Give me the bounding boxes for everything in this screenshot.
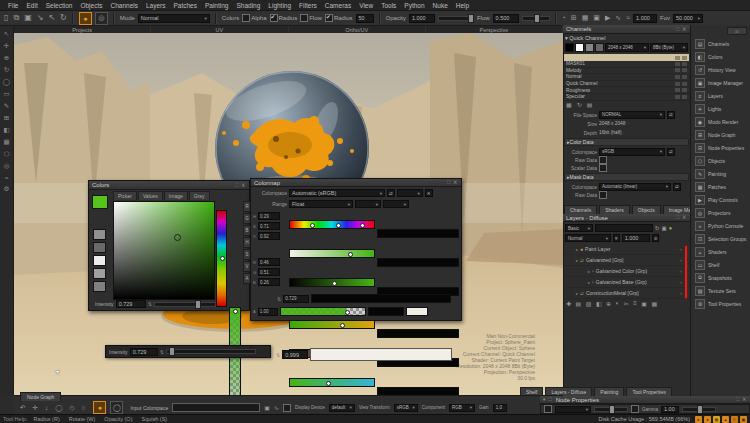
view-transform-select[interactable]: sRGB▾ xyxy=(394,404,418,412)
mode-select[interactable]: Normal▾ xyxy=(138,14,210,23)
paint-node-icon[interactable]: ● xyxy=(93,401,106,414)
curve-icon[interactable]: ∿ xyxy=(274,404,279,411)
colorspace-close-button[interactable]: ✕ xyxy=(425,189,433,197)
viewport-tab[interactable]: Perspective xyxy=(426,26,563,33)
file-space-swap-button[interactable]: ⇄ xyxy=(667,111,675,119)
component-select[interactable]: RGB▾ xyxy=(449,404,475,412)
black-swatch[interactable] xyxy=(565,43,574,52)
viewport-tab[interactable]: Projects xyxy=(14,26,151,33)
menu-item[interactable]: Cameras xyxy=(321,2,355,9)
colors-tab[interactable]: Picker xyxy=(113,191,137,200)
gray-swatch[interactable] xyxy=(93,281,106,292)
palette-item[interactable]: ☀ Lights xyxy=(691,102,750,115)
range-select[interactable]: Float▾ xyxy=(289,200,353,208)
gain-field[interactable]: 1.0 xyxy=(493,404,507,412)
dock-bottom-tab[interactable]: Tool Properties xyxy=(626,387,671,396)
gray-swatch[interactable] xyxy=(93,242,106,253)
refresh-icon[interactable]: ↻ xyxy=(655,225,660,231)
palette-item[interactable]: ◉ Modo Render xyxy=(691,115,750,128)
layers-footer-icon[interactable]: ◧ xyxy=(596,300,602,307)
status-chip-icon[interactable]: ▴ xyxy=(722,416,729,423)
palette-item[interactable]: ⊟ Node Properties xyxy=(691,141,750,154)
tool-rail-icon[interactable]: ↻ xyxy=(4,66,9,74)
mask-colorspace-swap-button[interactable]: ⇄ xyxy=(673,183,681,191)
floating-white-strip[interactable] xyxy=(310,348,452,361)
file-toolbar-icon[interactable]: ↘ xyxy=(37,13,44,23)
file-space-select[interactable]: NORMAL▾ xyxy=(599,111,665,119)
layers-panel-titlebar[interactable]: Layers - Diffuse ⛶ ✕ xyxy=(563,214,690,222)
display-toolbar-icon[interactable]: ▦ xyxy=(582,14,589,22)
display-toolbar-icon[interactable]: ∿ xyxy=(615,14,621,22)
colorspace-swap-button[interactable]: ⇄ xyxy=(667,148,675,156)
range-aux2-select[interactable]: ▾ xyxy=(383,200,409,208)
layers-scrollbar[interactable] xyxy=(684,245,688,299)
palette-item[interactable]: ⚙ Tool Properties xyxy=(691,297,750,310)
palette-item[interactable]: ⧉ Snapshots xyxy=(691,271,750,284)
layers-footer-icon[interactable]: ▨ xyxy=(586,300,592,307)
menu-item[interactable]: Painting xyxy=(201,2,233,9)
color-data-section[interactable]: ▸ Color Data xyxy=(564,138,689,146)
menu-item[interactable]: Selection xyxy=(42,2,77,9)
floating-alpha-stepper-icon[interactable]: ⇅ xyxy=(276,352,280,358)
tool-rail-icon[interactable]: ◎ xyxy=(4,162,10,170)
colors-tab[interactable]: Values xyxy=(138,191,163,200)
menu-item[interactable]: Objects xyxy=(76,2,106,9)
colors-tab[interactable]: Grey xyxy=(189,191,210,200)
viewport-tab[interactable]: Ortho/UV xyxy=(289,26,426,33)
layers-footer-icon[interactable]: ✚ xyxy=(566,300,571,307)
palette-item[interactable]: ⬡ Objects xyxy=(691,154,750,167)
tool-rail-icon[interactable]: ⊕ xyxy=(4,54,9,62)
colors-panel-titlebar[interactable]: Colors ⛶ ✕ xyxy=(89,181,249,190)
layers-footer-icon[interactable]: ▦ xyxy=(651,300,657,307)
file-toolbar-icon[interactable]: ↖ xyxy=(48,13,55,23)
layer-amount-field[interactable]: 1.000 xyxy=(622,234,650,242)
channel-footer-icon[interactable]: ↻ xyxy=(577,101,582,108)
current-color-swatch[interactable] xyxy=(92,195,108,209)
scalar-data-checkbox[interactable] xyxy=(599,164,607,172)
panel-window-controls-icon[interactable]: ▾ ⛶ xyxy=(543,397,553,402)
nodegraph-tool-icon[interactable]: ↶ xyxy=(20,404,25,412)
menu-item[interactable]: Nuke xyxy=(429,2,452,9)
opacity-field[interactable]: 1.000 xyxy=(409,14,435,23)
display-toolbar-icon[interactable]: ▣ xyxy=(593,14,600,22)
rgb-value-field[interactable]: 0.26 xyxy=(258,278,280,286)
gradient-strip-hue-ext[interactable] xyxy=(377,229,459,238)
tool-rail-icon[interactable]: ≈ xyxy=(5,174,9,181)
nodegraph-tool-icon[interactable]: ◯ xyxy=(55,404,62,412)
dock-panel-tab[interactable]: Channels xyxy=(564,205,597,214)
palette-item[interactable]: ≡ Layers xyxy=(691,89,750,102)
channel-size-select[interactable]: 2048 x 2048▾ xyxy=(605,43,649,52)
opacity-slider[interactable] xyxy=(438,16,474,21)
saturation-value-picker[interactable] xyxy=(113,201,215,300)
flow-field[interactable]: 0.500 xyxy=(493,14,519,23)
nodegraph-tool-icon[interactable]: ○ xyxy=(81,404,85,412)
menu-item[interactable]: Lighting xyxy=(264,2,295,9)
sphere-node-icon[interactable]: ◯ xyxy=(110,401,123,414)
intensity-field[interactable]: 0.729 xyxy=(116,300,146,308)
channel-footer-icon[interactable]: ▤ xyxy=(587,101,593,108)
floating-intensity-field[interactable]: 0.729 xyxy=(130,348,158,356)
colorspace-swap-button[interactable]: ⇄ xyxy=(387,189,395,197)
menu-item[interactable]: Tools xyxy=(377,2,400,9)
palette-item[interactable]: ▶ Play Controls xyxy=(691,193,750,206)
menu-item[interactable]: Python xyxy=(400,2,428,9)
floating-alpha-field[interactable]: 0.999 xyxy=(282,350,308,359)
channels-panel-titlebar[interactable]: Channels ⛶ ✕ xyxy=(563,25,690,34)
floating-intensity-stepper-icon[interactable]: ⇅ xyxy=(160,349,164,355)
menu-item[interactable]: Layers xyxy=(142,2,170,9)
rgb-value-field[interactable]: 0.46 xyxy=(258,258,280,266)
colorspace-select[interactable]: Automatic (sRGB)▾ xyxy=(289,189,385,197)
panel-window-controls-icon[interactable]: ⛶ ✕ xyxy=(447,180,458,185)
layers-footer-icon[interactable]: ▤ xyxy=(576,300,582,307)
palette-collapse-button[interactable]: ⊡ xyxy=(727,27,747,35)
tool-rail-icon[interactable]: ▦ xyxy=(3,138,9,146)
tool-rail-icon[interactable]: ⬡ xyxy=(4,150,10,158)
display-toolbar-icon[interactable]: ◔ xyxy=(562,14,566,22)
mid-value-field[interactable]: 0.729 xyxy=(283,295,309,303)
layer-row[interactable]: ▸ ▫ Galvanized Base (Grp) ≈ xyxy=(564,277,684,288)
file-toolbar-icon[interactable]: ↻ xyxy=(60,13,67,23)
checkbox-option[interactable]: Radius xyxy=(270,14,298,22)
tool-rail-icon[interactable]: ⊞ xyxy=(4,114,9,122)
layers-filter-select[interactable]: Basic▾ xyxy=(565,224,593,232)
layers-footer-icon[interactable]: ◐ xyxy=(616,300,620,307)
